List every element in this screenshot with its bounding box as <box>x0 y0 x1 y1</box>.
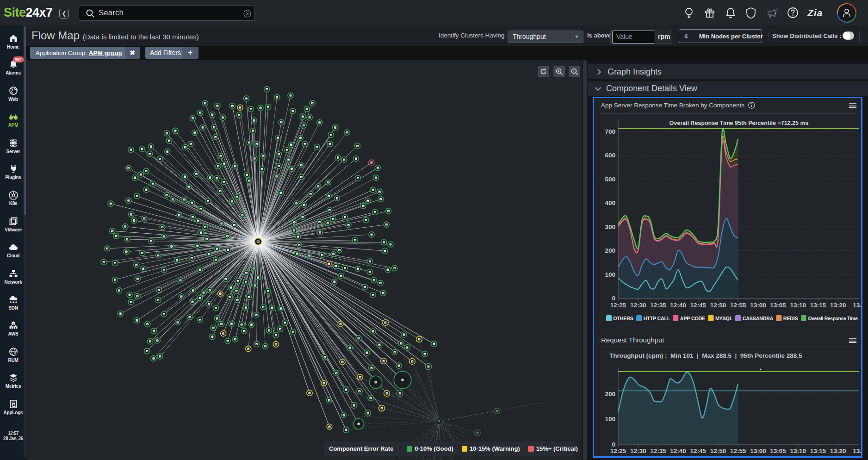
svg-text:700: 700 <box>605 128 615 135</box>
svg-text:400: 400 <box>605 199 615 206</box>
svg-text:12:55: 12:55 <box>730 448 746 454</box>
svg-text:13:05: 13:05 <box>770 448 786 454</box>
svg-text:13:00: 13:00 <box>750 302 766 309</box>
svg-text:13:15: 13:15 <box>810 448 826 454</box>
svg-text:12:35: 12:35 <box>650 448 666 454</box>
svg-text:12:25: 12:25 <box>610 448 626 454</box>
svg-text:12:35: 12:35 <box>650 302 666 309</box>
svg-text:13:20: 13:20 <box>830 302 846 309</box>
svg-text:13:10: 13:10 <box>790 448 806 454</box>
svg-text:200: 200 <box>605 391 615 398</box>
svg-text:13:10: 13:10 <box>790 302 806 309</box>
svg-text:12:25: 12:25 <box>610 302 626 309</box>
svg-text:12:40: 12:40 <box>670 302 686 309</box>
svg-text:12:45: 12:45 <box>690 302 707 309</box>
svg-text:12:45: 12:45 <box>690 448 707 454</box>
svg-text:13..: 13.. <box>853 448 862 454</box>
svg-text:300: 300 <box>605 224 615 230</box>
svg-text:0: 0 <box>612 295 615 302</box>
svg-text:12:40: 12:40 <box>670 448 686 454</box>
svg-text:500: 500 <box>605 176 615 183</box>
svg-text:13..: 13.. <box>853 302 862 309</box>
svg-text:12:50: 12:50 <box>710 448 726 454</box>
svg-text:100: 100 <box>605 271 615 278</box>
svg-text:12:50: 12:50 <box>710 302 726 309</box>
svg-text:200: 200 <box>605 247 615 254</box>
svg-text:13:20: 13:20 <box>830 448 846 454</box>
svg-text:0: 0 <box>612 441 615 448</box>
svg-text:13:15: 13:15 <box>810 302 826 309</box>
svg-text:600: 600 <box>605 152 615 159</box>
svg-text:100: 100 <box>605 416 615 423</box>
svg-text:12:55: 12:55 <box>730 302 746 309</box>
svg-text:13:00: 13:00 <box>750 448 766 454</box>
svg-text:13:05: 13:05 <box>770 302 786 309</box>
svg-text:Overall Response Time 95th Per: Overall Response Time 95th Percentile =7… <box>670 120 809 126</box>
svg-text:12:30: 12:30 <box>630 302 646 309</box>
svg-text:12:30: 12:30 <box>630 448 646 454</box>
